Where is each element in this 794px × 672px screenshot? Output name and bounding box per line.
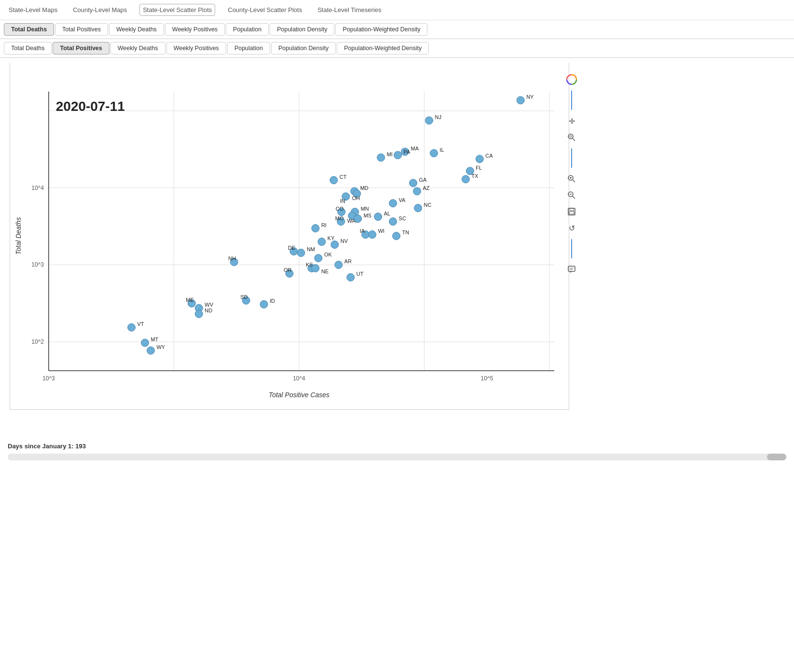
svg-text:GA: GA xyxy=(419,177,427,183)
zoom-out-button[interactable] xyxy=(564,188,579,202)
y-tab-total-deaths[interactable]: Total Deaths xyxy=(4,42,52,54)
svg-text:OR: OR xyxy=(284,267,292,273)
y-tab-pop-weighted[interactable]: Population-Weighted Density xyxy=(337,42,429,54)
y-tab-weekly-deaths[interactable]: Weekly Deaths xyxy=(110,42,165,54)
point-ND[interactable] xyxy=(195,310,203,318)
x-tab-weekly-positives[interactable]: Weekly Positives xyxy=(165,23,225,36)
y-tab-population[interactable]: Population xyxy=(227,42,270,54)
refresh-button[interactable]: ↺ xyxy=(564,221,579,235)
point-AL[interactable] xyxy=(374,213,382,221)
svg-text:KY: KY xyxy=(328,235,335,241)
nav-county-scatter[interactable]: County-Level Scatter Plots xyxy=(225,4,305,15)
x-tab-weekly-deaths[interactable]: Weekly Deaths xyxy=(109,23,164,36)
comment-button[interactable] xyxy=(564,262,579,277)
svg-text:10^5: 10^5 xyxy=(480,375,493,382)
point-MS[interactable] xyxy=(354,215,362,223)
svg-rect-14 xyxy=(568,266,575,271)
x-tab-pop-density[interactable]: Population Density xyxy=(270,23,334,36)
svg-text:CA: CA xyxy=(485,153,493,159)
point-PA[interactable] xyxy=(394,151,402,159)
svg-text:MO: MO xyxy=(335,215,344,221)
point-CA[interactable] xyxy=(476,155,483,163)
svg-line-2 xyxy=(573,138,575,141)
point-SC[interactable] xyxy=(389,218,397,226)
point-UT[interactable] xyxy=(347,273,355,281)
svg-text:NH: NH xyxy=(228,255,236,261)
svg-rect-13 xyxy=(569,212,574,214)
point-NY[interactable] xyxy=(517,96,524,104)
point-IL[interactable] xyxy=(430,149,438,157)
point-NM[interactable] xyxy=(297,249,305,256)
svg-text:10^4: 10^4 xyxy=(31,185,44,191)
svg-text:NJ: NJ xyxy=(435,114,441,120)
nav-state-scatter[interactable]: State-Level Scatter Plots xyxy=(139,4,215,16)
svg-text:IA: IA xyxy=(360,228,365,234)
point-GA[interactable] xyxy=(410,179,417,187)
y-tab-pop-density[interactable]: Population Density xyxy=(271,42,336,54)
point-WI[interactable] xyxy=(369,231,376,239)
x-tab-total-deaths[interactable]: Total Deaths xyxy=(4,23,54,36)
point-AR[interactable] xyxy=(335,261,342,269)
days-since-text: Days since January 1: xyxy=(8,443,74,450)
svg-text:ID: ID xyxy=(270,298,275,304)
y-tab-weekly-positives[interactable]: Weekly Positives xyxy=(166,42,226,54)
point-NE[interactable] xyxy=(312,264,319,272)
point-NJ[interactable] xyxy=(425,117,433,124)
svg-text:UT: UT xyxy=(356,271,364,277)
point-CT[interactable] xyxy=(330,176,338,184)
svg-text:VT: VT xyxy=(137,321,144,327)
point-OK[interactable] xyxy=(315,254,322,262)
timeline-scrollbar-thumb[interactable] xyxy=(767,454,786,460)
color-wheel-button[interactable] xyxy=(564,72,579,87)
svg-text:CO: CO xyxy=(336,206,343,212)
point-VA[interactable] xyxy=(389,200,397,207)
pan-button[interactable]: ✛ xyxy=(564,114,579,128)
point-TN[interactable] xyxy=(393,232,400,240)
point-WY[interactable] xyxy=(147,347,155,354)
svg-text:MS: MS xyxy=(364,213,371,218)
days-since-value: 193 xyxy=(75,443,86,450)
point-NV[interactable] xyxy=(331,241,339,248)
svg-text:NM: NM xyxy=(307,246,315,252)
svg-text:FL: FL xyxy=(476,165,482,171)
x-tab-pop-weighted[interactable]: Population-Weighted Density xyxy=(335,23,427,36)
point-MT[interactable] xyxy=(141,339,149,347)
days-since-label: Days since January 1: 193 xyxy=(0,439,794,452)
svg-text:Total Positive Cases: Total Positive Cases xyxy=(269,391,329,399)
nav-county-maps[interactable]: County-Level Maps xyxy=(70,4,130,15)
point-MI[interactable] xyxy=(377,154,385,161)
scatter-plot: 10^4 10^3 10^2 10^3 10^4 10^5 Total Deat… xyxy=(10,63,569,410)
lens-button[interactable] xyxy=(564,130,579,145)
svg-text:OH: OH xyxy=(352,195,360,201)
zoom-in-button[interactable] xyxy=(564,172,579,186)
save-button[interactable] xyxy=(564,204,579,219)
svg-text:2020-07-11: 2020-07-11 xyxy=(56,99,125,114)
svg-text:NC: NC xyxy=(424,202,432,208)
svg-text:10^2: 10^2 xyxy=(31,338,44,345)
svg-text:ME: ME xyxy=(186,297,193,303)
point-AZ[interactable] xyxy=(413,188,421,195)
svg-text:WI: WI xyxy=(378,228,384,234)
svg-text:Total Deaths: Total Deaths xyxy=(14,217,22,255)
nav-state-timeseries[interactable]: State-Level Timeseries xyxy=(315,4,384,15)
top-navigation: State-Level Maps County-Level Maps State… xyxy=(0,0,794,20)
point-NC[interactable] xyxy=(414,204,422,212)
x-tab-population[interactable]: Population xyxy=(226,23,269,36)
x-tab-total-positives[interactable]: Total Positives xyxy=(55,23,108,36)
svg-text:PA: PA xyxy=(404,149,411,155)
svg-line-5 xyxy=(573,180,575,182)
y-tab-total-positives[interactable]: Total Positives xyxy=(53,42,109,54)
svg-point-3 xyxy=(570,135,572,137)
point-KY[interactable] xyxy=(318,238,326,245)
svg-text:ND: ND xyxy=(205,308,212,313)
svg-text:RI: RI xyxy=(321,222,327,228)
timeline-scrollbar-track[interactable] xyxy=(8,454,786,460)
nav-state-maps[interactable]: State-Level Maps xyxy=(6,4,60,15)
point-TX[interactable] xyxy=(462,175,469,183)
point-RI[interactable] xyxy=(312,225,319,232)
point-VT[interactable] xyxy=(128,323,136,331)
svg-text:10^4: 10^4 xyxy=(293,375,305,382)
timeline-scrollbar-area xyxy=(0,452,794,464)
svg-text:10^3: 10^3 xyxy=(42,375,55,382)
point-ID[interactable] xyxy=(260,300,268,308)
